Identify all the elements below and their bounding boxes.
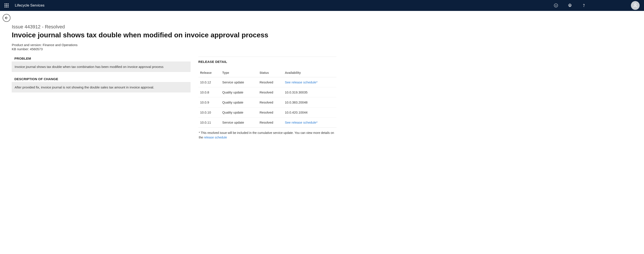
table-row: 10.0.11Service updateResolvedSee release… [198, 117, 336, 128]
help-button[interactable] [580, 2, 587, 9]
table-row: 10.0.8Quality updateResolved10.0.319.300… [198, 87, 336, 97]
smiley-icon [554, 3, 558, 8]
left-column: PROBLEM Invoice journal shows tax double… [12, 57, 190, 98]
cell-status: Resolved [258, 97, 283, 107]
col-availability: Availability [283, 69, 336, 77]
waffle-icon [4, 4, 8, 8]
issue-id-status: Issue 443912 - Resolved [12, 24, 336, 30]
problem-text: Invoice journal shows tax double when ta… [12, 62, 190, 72]
question-icon [582, 3, 586, 8]
cell-release: 10.0.10 [198, 107, 220, 117]
cell-status: Resolved [258, 87, 283, 97]
release-footnote: * This resolved issue will be included i… [198, 128, 336, 141]
cell-release: 10.0.12 [198, 77, 220, 87]
person-icon [633, 3, 638, 8]
back-button[interactable] [2, 14, 10, 22]
cell-status: Resolved [258, 117, 283, 128]
content-area: Issue 443912 - Resolved Invoice journal … [0, 11, 644, 150]
release-table: Release Type Status Availability 10.0.12… [198, 69, 336, 128]
kb-number: KB number: 4560573 [12, 47, 336, 51]
user-avatar[interactable] [631, 1, 640, 10]
feedback-button[interactable] [552, 2, 560, 9]
table-row: 10.0.9Quality updateResolved10.0.383.200… [198, 97, 336, 107]
cell-type: Quality update [220, 107, 258, 117]
user-name-area [596, 2, 623, 9]
release-schedule-link[interactable]: See release schedule* [285, 80, 318, 84]
cell-type: Service update [220, 117, 258, 128]
change-text: After provided fix, invoice journal is n… [12, 82, 190, 92]
top-bar: Lifecycle Services [0, 0, 644, 11]
cell-availability: 10.0.319.30035 [283, 87, 336, 97]
top-icons [552, 1, 640, 10]
cell-availability: See release schedule* [283, 117, 336, 128]
problem-heading: PROBLEM [12, 57, 190, 62]
cell-type: Quality update [220, 97, 258, 107]
release-detail-heading: RELEASE DETAIL [198, 60, 336, 64]
settings-button[interactable] [566, 2, 574, 9]
cell-availability: See release schedule* [283, 77, 336, 87]
release-table-header-row: Release Type Status Availability [198, 69, 336, 77]
cell-availability: 10.0.420.10044 [283, 107, 336, 117]
release-schedule-link[interactable]: release schedule [204, 136, 227, 139]
svg-point-0 [554, 4, 558, 8]
cell-type: Service update [220, 77, 258, 87]
app-launcher-button[interactable] [2, 1, 11, 10]
arrow-left-icon [4, 16, 9, 20]
svg-point-1 [555, 5, 556, 5]
release-detail-panel: RELEASE DETAIL Release Type Status Avail… [198, 57, 336, 141]
cell-release: 10.0.11 [198, 117, 220, 128]
table-row: 10.0.12Service updateResolvedSee release… [198, 77, 336, 87]
svg-point-3 [570, 5, 570, 6]
cell-type: Quality update [220, 87, 258, 97]
table-row: 10.0.10Quality updateResolved10.0.420.10… [198, 107, 336, 117]
issue-title: Invoice journal shows tax double when mo… [12, 31, 336, 39]
col-status: Status [258, 69, 283, 77]
col-release: Release [198, 69, 220, 77]
cell-release: 10.0.8 [198, 87, 220, 97]
cell-status: Resolved [258, 77, 283, 87]
release-schedule-link[interactable]: See release schedule* [285, 120, 318, 124]
col-type: Type [220, 69, 258, 77]
cell-release: 10.0.9 [198, 97, 220, 107]
svg-point-5 [634, 4, 636, 6]
app-title: Lifecycle Services [15, 3, 44, 8]
gear-icon [568, 3, 572, 8]
change-heading: DESCRIPTION OF CHANGE [12, 77, 190, 82]
cell-availability: 10.0.383.20048 [283, 97, 336, 107]
product-version: Product and version: Finance and Operati… [12, 43, 336, 47]
cell-status: Resolved [258, 107, 283, 117]
